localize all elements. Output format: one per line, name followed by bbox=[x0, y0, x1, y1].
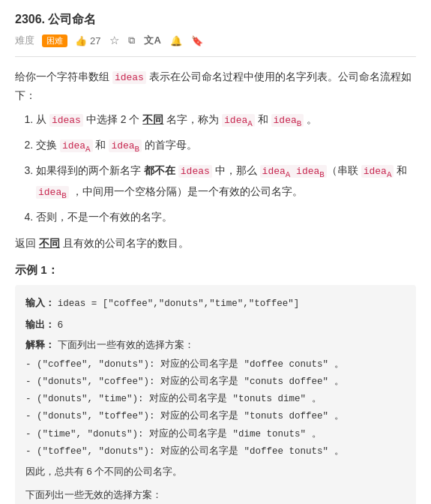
bell-button[interactable]: 🔔 bbox=[170, 35, 182, 46]
difficulty-row: 难度 困难 👍 27 ☆ ⧉ 文A 🔔 🔖 bbox=[15, 34, 416, 47]
input-value: ideas = ["coffee","donuts","time","toffe… bbox=[58, 298, 300, 309]
list-item: ("donuts", "time"): 对应的公司名字是 "tonuts dim… bbox=[25, 392, 406, 407]
output-label: 输出： bbox=[25, 319, 55, 330]
translate-icon: 文A bbox=[144, 34, 160, 47]
copy-button[interactable]: ⧉ bbox=[128, 34, 135, 46]
bookmark-icon: 🔖 bbox=[191, 35, 203, 46]
step-1: 从 ideas 中选择 2 个 不同 名字，称为 ideaA 和 ideaB 。 bbox=[36, 110, 416, 131]
keyword-ideas: ideas bbox=[112, 71, 146, 84]
invalid-intro: 下面列出一些无效的选择方案： bbox=[25, 486, 406, 503]
list-item: ("coffee", "donuts"): 对应的公司名字是 "doffee c… bbox=[25, 357, 406, 373]
explain-line: 解释： 下面列出一些有效的选择方案： bbox=[25, 336, 406, 353]
bookmark-button[interactable]: 🔖 bbox=[191, 35, 203, 46]
explain-label: 解释： bbox=[25, 339, 55, 350]
page-container: 2306. 公司命名 难度 困难 👍 27 ☆ ⧉ 文A 🔔 🔖 bbox=[0, 0, 431, 504]
valid-list: ("coffee", "donuts"): 对应的公司名字是 "doffee c… bbox=[25, 357, 406, 460]
list-item: ("time", "donuts"): 对应的公司名字是 "dime tonut… bbox=[25, 427, 406, 442]
like-button[interactable]: 👍 27 bbox=[75, 35, 100, 46]
list-item: ("donuts", "toffee"): 对应的公司名字是 "tonuts d… bbox=[25, 409, 406, 424]
steps-list: 从 ideas 中选择 2 个 不同 名字，称为 ideaA 和 ideaB 。… bbox=[36, 110, 416, 227]
example-section: 示例 1： 输入： ideas = ["coffee","donuts","ti… bbox=[15, 263, 416, 504]
copy-icon: ⧉ bbox=[128, 34, 135, 46]
star-icon: ☆ bbox=[109, 34, 119, 47]
example-title: 示例 1： bbox=[15, 263, 416, 278]
input-label: 输入： bbox=[25, 297, 55, 308]
problem-title: 2306. 公司命名 bbox=[15, 12, 96, 28]
translate-button[interactable]: 文A bbox=[144, 34, 160, 47]
example-box: 输入： ideas = ["coffee","donuts","time","t… bbox=[15, 285, 416, 504]
difficulty-label: 难度 bbox=[15, 34, 34, 47]
description: 给你一个字符串数组 ideas 表示在公司命名过程中使用的名字列表。公司命名流程… bbox=[15, 68, 416, 253]
star-button[interactable]: ☆ bbox=[109, 34, 119, 47]
like-icon: 👍 bbox=[75, 35, 87, 46]
intro-text: 给你一个字符串数组 ideas 表示在公司命名过程中使用的名字列表。公司命名流程… bbox=[15, 68, 416, 106]
difficulty-badge: 困难 bbox=[42, 34, 67, 47]
title-row: 2306. 公司命名 bbox=[15, 12, 416, 28]
bell-icon: 🔔 bbox=[170, 35, 182, 46]
like-count: 27 bbox=[90, 35, 100, 46]
list-item: ("donuts", "coffee"): 对应的公司名字是 "conuts d… bbox=[25, 374, 406, 390]
input-line: 输入： ideas = ["coffee","donuts","time","t… bbox=[25, 294, 406, 313]
step-2: 交换 ideaA 和 ideaB 的首字母。 bbox=[36, 136, 416, 157]
output-value: 6 bbox=[58, 319, 63, 330]
output-line: 输出： 6 bbox=[25, 316, 406, 333]
divider bbox=[15, 56, 416, 57]
step-4: 否则，不是一个有效的名字。 bbox=[36, 208, 416, 226]
explain-text: 下面列出一些有效的选择方案： bbox=[58, 339, 194, 350]
return-line: 返回 不同 且有效的公司名字的数目。 bbox=[15, 234, 416, 253]
step-3: 如果得到的两个新名字 都不在 ideas 中，那么 ideaA ideaB（串联… bbox=[36, 161, 416, 203]
summary-line: 因此，总共有 6 个不同的公司名字。 bbox=[25, 463, 406, 480]
icon-group: 👍 27 ☆ ⧉ 文A 🔔 🔖 bbox=[75, 34, 203, 47]
list-item: ("toffee", "donuts"): 对应的公司名字是 "doffee t… bbox=[25, 444, 406, 460]
